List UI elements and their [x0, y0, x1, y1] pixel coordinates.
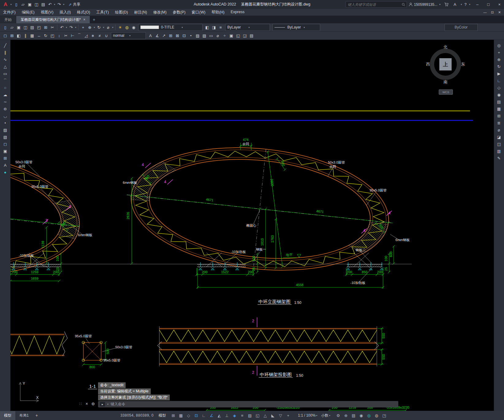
- share-button[interactable]: ⇗ 共享: [69, 2, 80, 7]
- text-style-combo[interactable]: normal ▾: [111, 32, 146, 39]
- navcube-west[interactable]: 西: [426, 62, 430, 67]
- search-field[interactable]: [347, 2, 402, 7]
- move-icon[interactable]: ↔: [36, 32, 42, 39]
- redo-icon[interactable]: ↷: [56, 1, 63, 8]
- menu-tools[interactable]: 工具(T): [93, 10, 112, 15]
- minimize-button[interactable]: –: [473, 0, 482, 9]
- navcube-east[interactable]: 东: [461, 62, 465, 67]
- count-icon[interactable]: ≣: [496, 120, 502, 126]
- save-all-icon[interactable]: ◫: [22, 24, 29, 31]
- offset-icon[interactable]: ∥: [22, 32, 29, 39]
- leader-icon[interactable]: ↗: [161, 32, 167, 39]
- plot-style-box[interactable]: ByColor: [445, 24, 478, 31]
- doc-restore-button[interactable]: ⊡: [491, 10, 494, 14]
- lineweight-icon[interactable]: ≡: [239, 412, 245, 418]
- properties-panel-icon[interactable]: ▦: [496, 106, 502, 112]
- table-tool-icon[interactable]: ⊞: [2, 155, 9, 161]
- layout1-tab[interactable]: 布局1: [15, 411, 33, 420]
- text-tool-icon[interactable]: A: [2, 162, 9, 168]
- plot-icon[interactable]: ▤: [40, 1, 47, 8]
- user-account-button[interactable]: 1505999135... ▾: [409, 2, 441, 7]
- redo-icon[interactable]: ↷: [68, 24, 74, 31]
- boundary-tool-icon[interactable]: ◻: [2, 141, 9, 147]
- orbit-icon[interactable]: ↻: [496, 63, 502, 70]
- lock-ui-icon[interactable]: ◉: [358, 412, 364, 418]
- polygon-tool-icon[interactable]: △: [2, 63, 9, 70]
- region-tool-icon[interactable]: ▣: [2, 148, 9, 154]
- copy-icon[interactable]: ⊞: [9, 32, 15, 39]
- spline-tool-icon[interactable]: ∼: [2, 99, 9, 105]
- menu-insert[interactable]: 插入(I): [56, 10, 74, 15]
- grid-display-icon[interactable]: ⊞: [170, 412, 176, 418]
- ucs-icon[interactable]: ∟: [496, 78, 502, 84]
- rectangle-tool-icon[interactable]: ▭: [2, 70, 9, 77]
- layer-match-icon[interactable]: ◧: [204, 24, 210, 31]
- steering-wheel-icon[interactable]: ◉: [496, 92, 502, 98]
- section-plane-icon[interactable]: ◪: [496, 134, 502, 140]
- brightness-icon[interactable]: ◍: [123, 24, 130, 31]
- undo-icon[interactable]: ↶: [59, 24, 65, 31]
- viewcube-settings-icon[interactable]: ◇: [496, 85, 502, 91]
- graphics-performance-icon[interactable]: ◍: [373, 412, 380, 418]
- redo-caret-icon[interactable]: ▾: [63, 3, 64, 6]
- fillet-icon[interactable]: ⌒: [76, 32, 83, 39]
- plot-icon[interactable]: ▤: [29, 24, 36, 31]
- line-tool-icon[interactable]: ╱: [2, 42, 9, 49]
- menu-edit[interactable]: 编辑(E): [19, 10, 38, 15]
- ungroup-icon[interactable]: ◲: [241, 32, 248, 39]
- menu-window[interactable]: 窗口(W): [188, 10, 208, 15]
- menu-view[interactable]: 视图(V): [38, 10, 57, 15]
- coordinates-display[interactable]: 338054, 880389, 0: [120, 413, 154, 418]
- mtext-icon[interactable]: A: [147, 32, 154, 39]
- menu-draw[interactable]: 绘图(D): [112, 10, 131, 15]
- linetype-combo[interactable]: ByLayer ▾: [272, 24, 320, 31]
- units-button[interactable]: 小数: [321, 413, 328, 418]
- measure-panel-icon[interactable]: ⌀: [496, 127, 502, 133]
- app-menu-caret-icon[interactable]: ▾: [10, 3, 12, 6]
- sheet-set-icon[interactable]: ▥: [496, 148, 502, 154]
- new-file-icon[interactable]: ▯: [2, 24, 9, 31]
- pan-icon[interactable]: +: [80, 24, 86, 31]
- zoom-caret-icon[interactable]: ▾: [94, 26, 95, 29]
- ellipse-tool-icon[interactable]: ⊜: [2, 106, 9, 112]
- autocad-logo[interactable]: A: [2, 2, 9, 8]
- autodesk-a-icon[interactable]: A: [452, 1, 458, 8]
- doc-close-button[interactable]: ✕: [498, 10, 501, 14]
- search-icon[interactable]: [402, 3, 405, 6]
- command-caret-icon[interactable]: ▾: [107, 403, 108, 406]
- construction-line-tool-icon[interactable]: ∥: [2, 49, 9, 56]
- dimension-icon[interactable]: ∡: [154, 32, 161, 39]
- navigation-wheel-icon[interactable]: ◎: [496, 42, 502, 49]
- drawing-canvas[interactable]: 50x3.0圆管余同95x5.0圆管335006mm钢板1139-10加劲板10…: [10, 40, 494, 411]
- cut-clip-icon[interactable]: ✂: [49, 24, 56, 31]
- gradient-tool-icon[interactable]: ▧: [2, 134, 9, 140]
- 3d-object-snap-icon[interactable]: △: [262, 412, 268, 418]
- app-store-cart-icon[interactable]: [443, 1, 450, 8]
- scale-icon[interactable]: ◰: [49, 32, 56, 39]
- point-style-tool-icon[interactable]: ●: [2, 169, 9, 176]
- layer-states-icon[interactable]: ≡: [217, 24, 224, 31]
- orbit-icon[interactable]: ↻: [96, 24, 102, 31]
- qsave-icon[interactable]: ▣: [26, 1, 33, 8]
- command-close-icon[interactable]: ×: [85, 401, 88, 406]
- show-motion-icon[interactable]: ▶: [496, 70, 502, 77]
- object-snap-icon[interactable]: ◈: [231, 412, 237, 418]
- infer-constraints-icon[interactable]: ◇: [185, 412, 191, 418]
- point-tool-icon[interactable]: •: [2, 120, 9, 126]
- mirror-icon[interactable]: ◧: [15, 32, 22, 39]
- tab-document[interactable]: 某椭圆花瓣型钢结构大门结构设计图* ×: [16, 16, 90, 23]
- ellipse-arc-tool-icon[interactable]: ◡: [2, 113, 9, 119]
- hatch-tool-icon[interactable]: ▨: [2, 127, 9, 133]
- explode-icon[interactable]: ∗: [89, 32, 96, 39]
- region-icon[interactable]: ▣: [228, 32, 235, 39]
- zoom-icon[interactable]: ⊕: [86, 24, 93, 31]
- hatch-icon[interactable]: ▨: [194, 32, 201, 39]
- circle-tool-icon[interactable]: ○: [2, 85, 9, 91]
- navcube-south[interactable]: 南: [444, 79, 448, 85]
- markup-icon[interactable]: ✎: [496, 155, 502, 161]
- maximize-button[interactable]: □: [484, 0, 493, 9]
- zoom-extents-icon[interactable]: ⊕: [496, 56, 502, 63]
- help-button[interactable]: ?: [464, 2, 467, 7]
- quick-properties-icon[interactable]: ▤: [351, 412, 357, 418]
- polar-tracking-icon[interactable]: ∠: [208, 412, 214, 418]
